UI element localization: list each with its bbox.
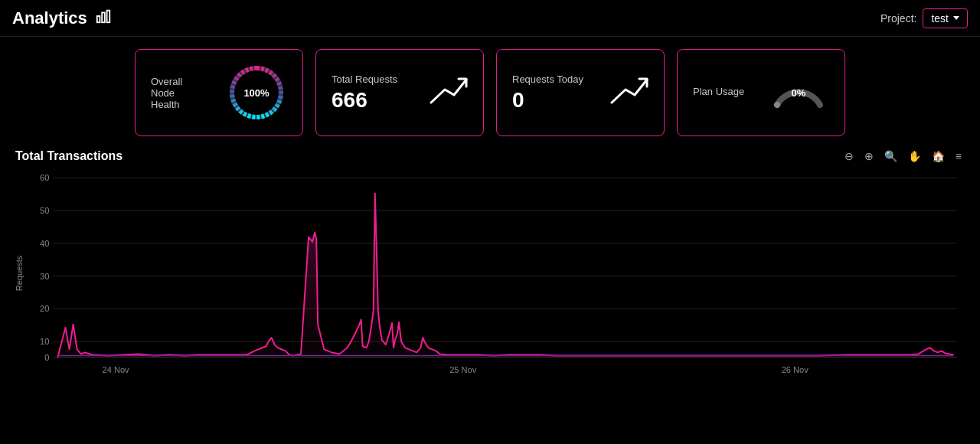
node-health-gauge: 100%	[226, 62, 287, 123]
header-left: Analytics	[12, 8, 112, 28]
card-node-health-label: Overall	[151, 76, 182, 87]
zoom-out-button[interactable]: ⊖	[841, 149, 857, 164]
chart-svg: 0 10 20 30 40 50 60 24 Nov 25 Nov 26 Nov	[15, 170, 965, 377]
card-requests-today: Requests Today 0	[496, 49, 665, 136]
project-label: Project:	[880, 12, 916, 24]
svg-rect-0	[97, 16, 100, 22]
total-requests-trend-icon	[430, 76, 468, 110]
menu-button[interactable]: ≡	[952, 149, 965, 164]
plan-usage-gauge: 0%	[768, 62, 829, 123]
project-selector: Project: test	[880, 8, 968, 28]
svg-text:24 Nov: 24 Nov	[103, 365, 129, 374]
chart-section: Total Transactions ⊖ ⊕ 🔍 ✋ 🏠 ≡ Requests	[0, 149, 980, 377]
svg-text:0: 0	[44, 353, 49, 362]
svg-text:25 Nov: 25 Nov	[449, 365, 476, 374]
plan-usage-value: 0%	[792, 87, 806, 99]
app-header: Analytics Project: test	[0, 0, 980, 37]
project-value: test	[931, 12, 949, 24]
zoom-reset-button[interactable]: 🔍	[881, 149, 900, 164]
svg-rect-1	[102, 12, 105, 22]
chart-title: Total Transactions	[15, 149, 122, 163]
requests-today-value: 0	[512, 88, 583, 113]
card-total-requests-content: Total Requests 666	[332, 73, 397, 113]
svg-text:60: 60	[40, 173, 49, 182]
card-node-health-labels: Overall Node Health	[151, 76, 182, 110]
card-requests-today-content: Requests Today 0	[512, 73, 583, 113]
card-plan-usage: Plan Usage 0%	[677, 49, 845, 136]
project-dropdown[interactable]: test	[923, 8, 968, 28]
chart-header: Total Transactions ⊖ ⊕ 🔍 ✋ 🏠 ≡	[15, 149, 965, 164]
cards-section: Overall Node Health 100%	[0, 37, 980, 149]
requests-today-trend-icon	[610, 76, 648, 110]
node-health-value: 100%	[243, 87, 269, 99]
svg-text:26 Nov: 26 Nov	[782, 365, 808, 374]
svg-rect-2	[106, 11, 109, 23]
svg-text:20: 20	[40, 304, 49, 313]
svg-text:50: 50	[40, 206, 49, 215]
house-button[interactable]: 🏠	[929, 149, 948, 164]
pan-button[interactable]: ✋	[905, 149, 924, 164]
svg-text:10: 10	[40, 337, 49, 346]
total-requests-value: 666	[332, 88, 397, 113]
svg-text:40: 40	[40, 239, 49, 248]
card-node-health: Overall Node Health 100%	[135, 49, 303, 136]
chevron-down-icon	[953, 16, 959, 20]
y-axis-label: Requests	[15, 256, 24, 291]
svg-text:30: 30	[40, 272, 49, 281]
svg-marker-22	[57, 194, 952, 357]
card-node-health-label2: Node	[151, 87, 182, 99]
total-requests-label: Total Requests	[332, 73, 397, 85]
zoom-in-button[interactable]: ⊕	[861, 149, 877, 164]
analytics-icon	[95, 8, 112, 28]
plan-usage-label: Plan Usage	[693, 86, 744, 97]
card-plan-usage-content: Plan Usage	[693, 86, 744, 100]
requests-today-label: Requests Today	[512, 73, 583, 85]
page-title: Analytics	[12, 8, 87, 28]
card-node-health-label3: Health	[151, 99, 182, 110]
card-total-requests: Total Requests 666	[315, 49, 484, 136]
chart-wrapper: Requests 0 10 20 30 40 50 60	[15, 170, 965, 377]
chart-controls: ⊖ ⊕ 🔍 ✋ 🏠 ≡	[841, 149, 965, 164]
